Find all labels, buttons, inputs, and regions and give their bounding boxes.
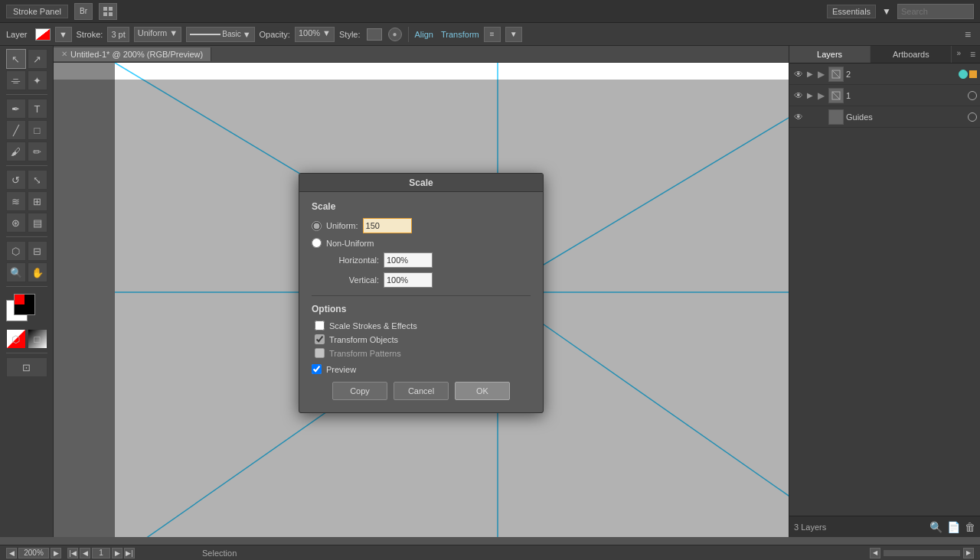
canvas-area: ✕ Untitled-1* @ 200% (RGB/Preview) bbox=[54, 46, 789, 537]
separator-1 bbox=[408, 27, 409, 42]
layer-item[interactable]: 👁 Guides bbox=[789, 106, 980, 128]
copy-button[interactable]: Copy bbox=[332, 382, 387, 400]
transform-objects-checkbox[interactable] bbox=[315, 334, 325, 344]
zoom-input[interactable] bbox=[18, 548, 49, 558]
globe-icon[interactable]: ● bbox=[388, 28, 402, 41]
free-transform-tool[interactable]: ⊞ bbox=[28, 191, 47, 211]
artboard-tool[interactable]: ⬡ bbox=[6, 241, 26, 261]
arrange-button[interactable] bbox=[99, 3, 117, 20]
pen-tool[interactable]: ✒ bbox=[6, 99, 26, 119]
transform-options-btn[interactable]: ≡ bbox=[484, 27, 501, 42]
control-bar: Layer ▼ Stroke: 3 pt Uniform ▼ Basic ▼ O… bbox=[0, 23, 980, 46]
scale-strokes-checkbox[interactable] bbox=[315, 321, 325, 330]
layer-color-indicator bbox=[968, 91, 977, 100]
opacity-dropdown[interactable]: 100% ▼ bbox=[295, 27, 335, 42]
layer-item[interactable]: 👁 ▶ ▶ 1 bbox=[789, 85, 980, 106]
layer-selection-square bbox=[969, 70, 977, 78]
horizontal-input[interactable] bbox=[384, 252, 433, 268]
layer-item[interactable]: 👁 ▶ ▶ 2 bbox=[789, 63, 980, 85]
bridge-button[interactable]: Br bbox=[74, 3, 93, 20]
layer-visibility-icon[interactable]: 👁 bbox=[792, 90, 805, 101]
canvas-content[interactable]: Scale Scale Uniform: bbox=[54, 63, 789, 537]
text-tool[interactable]: T bbox=[28, 99, 47, 119]
vertical-input[interactable] bbox=[384, 272, 433, 288]
brush-tool[interactable]: 🖌 bbox=[6, 142, 26, 161]
align-button[interactable]: Align bbox=[415, 30, 433, 39]
panel-options-icon[interactable]: ≡ bbox=[962, 28, 974, 41]
page-next-btn[interactable]: ▶ bbox=[112, 548, 122, 558]
svg-rect-0 bbox=[103, 7, 107, 11]
layers-tab[interactable]: Layers bbox=[789, 46, 871, 63]
gradient-btn[interactable]: □ bbox=[28, 329, 47, 349]
layer-visibility-icon[interactable]: 👁 bbox=[792, 112, 805, 122]
canvas-tab[interactable]: ✕ Untitled-1* @ 200% (RGB/Preview) bbox=[54, 47, 211, 61]
warp-tool[interactable]: ≋ bbox=[6, 191, 26, 211]
layer-target-icon[interactable]: ▶ bbox=[805, 70, 815, 78]
pencil-tool[interactable]: ✏ bbox=[28, 142, 47, 161]
scroll-left-btn[interactable]: ◀ bbox=[870, 548, 880, 558]
status-scrollbar[interactable] bbox=[884, 550, 960, 556]
search-input[interactable] bbox=[897, 4, 974, 19]
shape-tool[interactable]: □ bbox=[28, 120, 47, 140]
stroke-type-dropdown[interactable]: Uniform ▼ bbox=[134, 27, 181, 42]
direct-selection-tool[interactable]: ↗ bbox=[28, 49, 47, 69]
main-area: ↖ ↗ ⌯ ✦ ✒ T ╱ □ 🖌 ✏ ↺ ⤡ ≋ ⊞ ⊛ bbox=[0, 46, 980, 537]
transform-button[interactable]: Transform bbox=[441, 30, 479, 39]
layer-target-icon[interactable]: ▶ bbox=[805, 91, 815, 99]
stroke-color-swatch[interactable] bbox=[35, 28, 51, 41]
zoom-decrease-btn[interactable]: ◀ bbox=[6, 548, 17, 558]
artboards-tab[interactable]: Artboards bbox=[871, 46, 952, 63]
preview-checkbox[interactable] bbox=[312, 364, 322, 374]
scroll-right-btn[interactable]: ▶ bbox=[963, 548, 974, 558]
slice-tool[interactable]: ⊟ bbox=[28, 241, 47, 261]
vertical-label: Vertical: bbox=[325, 275, 379, 285]
magic-wand-tool[interactable]: ✦ bbox=[28, 70, 47, 90]
page-first-btn[interactable]: |◀ bbox=[67, 548, 78, 558]
style-swatch[interactable] bbox=[367, 28, 382, 41]
selection-tool[interactable]: ↖ bbox=[6, 49, 26, 69]
uniform-radio[interactable] bbox=[312, 221, 322, 231]
stroke-value[interactable]: 3 pt bbox=[107, 27, 129, 42]
layer-expand-icon[interactable]: ▶ bbox=[815, 90, 826, 101]
symbol-tool[interactable]: ⊛ bbox=[6, 213, 26, 233]
foreground-color-swatch[interactable] bbox=[14, 294, 35, 315]
scale-tool[interactable]: ⤡ bbox=[28, 170, 47, 190]
layer-thumbnail bbox=[828, 109, 844, 125]
transform-patterns-checkbox[interactable] bbox=[315, 348, 325, 358]
hand-tool[interactable]: ✋ bbox=[28, 262, 47, 282]
tool-row-3: ✒ T bbox=[6, 99, 47, 119]
rotate-tool[interactable]: ↺ bbox=[6, 170, 26, 190]
delete-layer-icon[interactable]: 🗑 bbox=[965, 521, 975, 533]
add-layer-icon[interactable]: 📄 bbox=[947, 521, 960, 533]
page-prev-btn[interactable]: ◀ bbox=[80, 548, 90, 558]
layer-expand-icon[interactable]: ▶ bbox=[815, 69, 826, 80]
tool-row-5: 🖌 ✏ bbox=[6, 142, 47, 161]
column-graph-tool[interactable]: ▤ bbox=[28, 213, 47, 233]
layer-visibility-icon[interactable]: 👁 bbox=[792, 69, 805, 80]
line-tool[interactable]: ╱ bbox=[6, 120, 26, 140]
close-tab-icon[interactable]: ✕ bbox=[61, 50, 67, 58]
page-last-btn[interactable]: ▶| bbox=[124, 548, 135, 558]
extra-btn[interactable]: ▼ bbox=[505, 27, 522, 42]
transform-objects-label: Transform Objects bbox=[329, 335, 398, 344]
zoom-increase-btn[interactable]: ▶ bbox=[51, 548, 61, 558]
uniform-value-input[interactable] bbox=[363, 218, 412, 233]
lasso-tool[interactable]: ⌯ bbox=[6, 70, 26, 90]
cancel-button[interactable]: Cancel bbox=[394, 382, 449, 400]
stroke-style-box[interactable]: Basic ▼ bbox=[186, 27, 254, 42]
search-layers-icon[interactable]: 🔍 bbox=[929, 521, 942, 533]
stroke-color-options[interactable]: ▼ bbox=[55, 27, 72, 42]
panel-menu-icon[interactable]: ≡ bbox=[965, 46, 980, 63]
transform-objects-row: Transform Objects bbox=[315, 334, 531, 344]
horizontal-label: Horizontal: bbox=[325, 256, 379, 265]
screen-mode-btn[interactable]: ⊡ bbox=[6, 357, 47, 377]
non-uniform-radio[interactable] bbox=[312, 238, 322, 248]
page-input[interactable] bbox=[92, 548, 110, 558]
tool-divider-2 bbox=[6, 165, 47, 166]
panel-expand-icon[interactable]: » bbox=[952, 46, 965, 63]
workspace-dropdown[interactable]: Essentials bbox=[827, 5, 876, 18]
workspace-expand[interactable]: ▼ bbox=[882, 6, 891, 17]
none-fill-btn[interactable]: ⬡ bbox=[6, 329, 26, 349]
ok-button[interactable]: OK bbox=[455, 382, 510, 400]
zoom-tool[interactable]: 🔍 bbox=[6, 262, 26, 282]
